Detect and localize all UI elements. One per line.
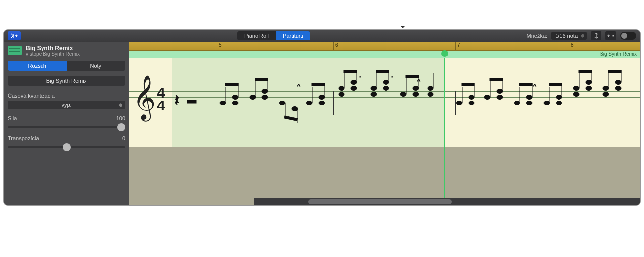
svg-rect-32: [344, 70, 357, 73]
svg-point-38: [383, 86, 389, 91]
svg-point-55: [469, 101, 474, 105]
view-mode-score[interactable]: Partitúra: [276, 31, 310, 40]
svg-point-60: [497, 89, 503, 94]
svg-point-29: [351, 80, 357, 85]
svg-point-26: [339, 86, 344, 91]
svg-point-84: [603, 86, 609, 91]
transpose-slider[interactable]: [8, 146, 125, 148]
svg-point-77: [573, 86, 579, 91]
svg-rect-76: [549, 83, 562, 86]
svg-point-66: [526, 95, 532, 100]
ruler-tick-5: 5: [217, 42, 222, 50]
inspector-mode-notes[interactable]: Noty: [67, 61, 126, 71]
score-editor-window: Piano Roll Partitúra Mriežka: 1/16 nota …: [4, 30, 640, 205]
svg-rect-40: [376, 70, 389, 73]
svg-point-11: [262, 95, 268, 100]
svg-rect-83: [579, 70, 592, 73]
svg-rect-13: [255, 78, 268, 81]
track-title: Big Synth Remix: [26, 45, 80, 51]
playhead-marker-icon[interactable]: [441, 50, 448, 57]
svg-point-58: [484, 95, 490, 100]
svg-point-35: [371, 92, 377, 97]
svg-point-37: [383, 80, 389, 85]
svg-point-8: [250, 95, 256, 100]
catch-playhead-button[interactable]: [8, 31, 21, 40]
editor-toolbar: Piano Roll Partitúra Mriežka: 1/16 nota: [4, 30, 640, 42]
strength-slider[interactable]: [8, 126, 125, 128]
ruler-tick-8: 8: [569, 42, 574, 50]
horizontal-scrollbar[interactable]: [254, 198, 640, 205]
transpose-label: Transpozícia: [8, 135, 39, 141]
svg-point-42: [400, 92, 406, 97]
horizontal-auto-zoom-button[interactable]: [605, 31, 616, 40]
region-bar-label: Big Synth Remix: [600, 51, 637, 57]
svg-point-27: [339, 92, 344, 97]
svg-point-10: [262, 89, 268, 94]
svg-point-2: [220, 101, 226, 105]
svg-point-80: [586, 80, 592, 85]
view-mode-segmented: Piano Roll Partitúra: [237, 31, 310, 40]
staff-zone[interactable]: 𝄞 44 𝄽 ^: [129, 58, 640, 205]
svg-text:^: ^: [297, 83, 300, 90]
svg-point-22: [319, 95, 325, 100]
svg-point-4: [232, 95, 238, 100]
grid-select[interactable]: 1/16 nota: [551, 32, 587, 40]
transpose-slider-thumb[interactable]: [63, 143, 71, 151]
svg-point-34: [371, 86, 377, 91]
inspector-mode-segmented: Rozsah Noty: [8, 61, 125, 71]
svg-point-81: [586, 86, 592, 91]
time-quantize-label: Časová kvantizácia: [8, 93, 125, 99]
svg-point-50: [428, 92, 433, 97]
svg-point-74: [556, 101, 562, 105]
score-display-area: 5 6 7 8 Big Synth Remix 𝄞: [129, 42, 640, 205]
svg-rect-25: [312, 83, 325, 86]
strength-slider-thumb[interactable]: [117, 123, 125, 131]
track-subtitle: v stope Big Synth Remix: [26, 51, 80, 57]
ruler-tick-7: 7: [455, 42, 460, 50]
svg-point-16: [292, 107, 298, 111]
vertical-zoom-button[interactable]: [591, 31, 601, 40]
inspector-mode-region[interactable]: Rozsah: [8, 61, 67, 71]
svg-point-20: [306, 101, 312, 105]
transpose-value: 0: [122, 135, 125, 141]
toolbar-toggle[interactable]: [620, 32, 636, 40]
svg-point-23: [319, 101, 325, 105]
svg-point-54: [469, 95, 474, 100]
grid-label: Mriežka:: [527, 33, 548, 39]
svg-text:.: .: [359, 72, 361, 79]
svg-rect-63: [490, 78, 503, 81]
svg-point-5: [232, 101, 238, 105]
timeline-ruler[interactable]: 5 6 7 8: [129, 42, 640, 51]
svg-point-64: [514, 101, 520, 105]
svg-rect-18: [284, 116, 297, 121]
svg-point-61: [497, 95, 503, 100]
svg-rect-57: [462, 83, 474, 86]
svg-rect-1: [187, 100, 196, 103]
svg-point-67: [526, 101, 532, 105]
time-quantize-select[interactable]: vyp.: [8, 101, 125, 109]
svg-point-85: [603, 92, 609, 97]
callout-bracket-right: [173, 208, 640, 221]
svg-point-49: [428, 86, 433, 91]
svg-rect-90: [608, 70, 621, 73]
strength-value: 100: [116, 115, 125, 121]
strength-label: Sila: [8, 115, 17, 121]
svg-text:^: ^: [417, 78, 420, 85]
region-bar[interactable]: Big Synth Remix: [129, 51, 640, 58]
svg-point-30: [351, 86, 357, 91]
svg-point-73: [556, 95, 562, 100]
svg-text:.: .: [391, 72, 393, 79]
svg-point-45: [413, 92, 419, 97]
svg-rect-69: [519, 83, 532, 86]
ruler-tick-6: 6: [333, 42, 338, 50]
svg-text:^: ^: [533, 83, 536, 90]
callout-top: [403, 0, 403, 30]
inspector-panel: Big Synth Remix v stope Big Synth Remix …: [4, 42, 129, 205]
svg-point-52: [456, 101, 462, 105]
svg-point-14: [279, 101, 285, 105]
view-mode-pianoroll[interactable]: Piano Roll: [237, 31, 276, 40]
region-name-field[interactable]: Big Synth Remix: [8, 76, 125, 86]
horizontal-scrollbar-thumb[interactable]: [308, 199, 452, 204]
svg-point-71: [544, 101, 550, 105]
notation-layer: 𝄽 ^: [129, 58, 640, 147]
